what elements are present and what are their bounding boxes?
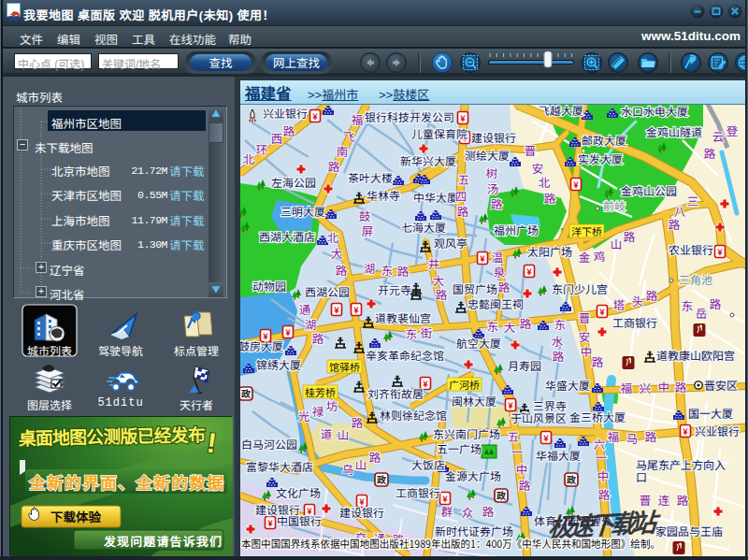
svg-text:家园品与王庙: 家园品与王庙	[655, 523, 723, 538]
svg-text:农业银行: 农业银行	[669, 241, 713, 257]
svg-text:林则徐纪念馆: 林则徐纪念馆	[380, 407, 447, 423]
svg-text:头: 头	[632, 292, 644, 309]
svg-text:建设银行: 建设银行	[471, 129, 516, 145]
svg-text:福: 福	[608, 427, 620, 445]
svg-text:文化广场: 文化广场	[276, 484, 321, 500]
svg-text:路: 路	[491, 194, 503, 212]
svg-text:本图中国国界线系依据中国地图出版社1989年出版的1：400: 本图中国国界线系依据中国地图出版社1989年出版的1：400万《中华人民共和国地…	[241, 536, 660, 551]
svg-text:山: 山	[338, 425, 350, 443]
svg-text:路: 路	[704, 144, 716, 162]
svg-text:测绘大厦: 测绘大厦	[465, 147, 510, 163]
svg-text:金鸡山公园: 金鸡山公园	[621, 182, 677, 198]
svg-text:路: 路	[592, 352, 604, 370]
svg-text:飞越大厦: 飞越大厦	[539, 105, 583, 118]
svg-text:路: 路	[519, 476, 531, 494]
svg-text:东: 东	[406, 324, 418, 342]
svg-text:路: 路	[457, 202, 469, 220]
svg-text:国贸广场: 国贸广场	[453, 280, 497, 296]
svg-text:开元寺: 开元寺	[378, 281, 411, 297]
svg-text:光: 光	[298, 407, 310, 424]
svg-text:道: 道	[321, 424, 333, 442]
svg-text:中: 中	[581, 342, 593, 360]
svg-text:中: 中	[658, 378, 670, 395]
svg-text:坊: 坊	[326, 396, 338, 414]
svg-text:街: 街	[421, 323, 433, 341]
svg-text:华盛大厦: 华盛大厦	[545, 377, 590, 393]
svg-text:塔: 塔	[613, 295, 626, 313]
svg-text:金: 金	[579, 248, 591, 266]
svg-text:广河桥: 广河桥	[449, 377, 480, 392]
svg-text:儿童保育院: 儿童保育院	[411, 125, 468, 141]
svg-text:兴业银行: 兴业银行	[695, 423, 740, 438]
svg-text:三角池: 三角池	[679, 271, 712, 287]
svg-text:登: 登	[726, 122, 739, 139]
svg-text:众: 众	[462, 503, 474, 521]
svg-text:邮政大厦: 邮政大厦	[582, 132, 626, 148]
svg-text:刘齐衔故居: 刘齐衔故居	[367, 385, 424, 401]
svg-text:银行科技开发公司: 银行科技开发公司	[365, 108, 454, 124]
svg-text:一: 一	[596, 448, 608, 466]
svg-text:发现问题请告诉我们: 发现问题请告诉我们	[103, 532, 222, 550]
svg-text:禄: 禄	[312, 402, 324, 420]
svg-text:左海公园: 左海公园	[271, 174, 316, 190]
svg-text:桌面地图公测版已经发布: 桌面地图公测版已经发布	[18, 421, 207, 450]
svg-text:路: 路	[482, 502, 495, 520]
svg-text:马: 马	[626, 429, 639, 447]
svg-text:茶叶大楼: 茶叶大楼	[348, 169, 393, 185]
svg-text:金三桥大厦: 金三桥大厦	[569, 409, 626, 424]
svg-text:东: 东	[682, 296, 694, 314]
svg-text:金鸡山隧道: 金鸡山隧道	[646, 123, 702, 139]
svg-text:口: 口	[636, 468, 647, 484]
svg-text:水口水电大厦: 水口水电大厦	[621, 105, 688, 119]
svg-text:工商银行: 工商银行	[612, 314, 657, 330]
svg-text:华林寺: 华林寺	[367, 187, 400, 203]
svg-text:晋安区: 晋安区	[704, 377, 738, 393]
svg-text:群: 群	[441, 502, 453, 520]
svg-text:兴: 兴	[640, 379, 652, 396]
svg-text:五一广场: 五一广场	[437, 440, 482, 456]
svg-text:山: 山	[355, 455, 367, 473]
svg-text:晋: 晋	[525, 141, 537, 159]
svg-text:辛亥革命纪念馆: 辛亥革命纪念馆	[366, 347, 444, 363]
svg-text:三: 三	[687, 192, 699, 209]
svg-text:工商银行: 工商银行	[396, 484, 440, 500]
svg-text:福: 福	[621, 379, 633, 396]
svg-text:路: 路	[598, 485, 611, 503]
svg-text:中: 中	[597, 467, 610, 484]
svg-text:西湖公园: 西湖公园	[305, 283, 350, 299]
svg-text:太阳广场: 太阳广场	[527, 243, 572, 259]
svg-text:动物园: 动物园	[252, 278, 286, 294]
svg-text:路: 路	[520, 314, 532, 332]
svg-text:三明大厦: 三明大厦	[280, 203, 325, 219]
svg-text:乌: 乌	[342, 460, 354, 478]
svg-text:新华兴大厦: 新华兴大厦	[400, 152, 456, 168]
svg-text:湖: 湖	[364, 259, 376, 277]
svg-text:道教裴仙宫: 道教裴仙宫	[375, 309, 431, 325]
svg-text:路: 路	[677, 491, 689, 509]
svg-text:航空大厦: 航空大厦	[456, 335, 501, 351]
svg-text:路: 路	[675, 378, 687, 395]
svg-text:路: 路	[645, 427, 657, 445]
svg-text:路: 路	[624, 227, 636, 245]
svg-text:路: 路	[312, 329, 324, 347]
svg-text:华福大厦: 华福大厦	[536, 447, 581, 463]
svg-text:金源大广场: 金源大广场	[445, 467, 501, 483]
svg-text:下载体验: 下载体验	[50, 507, 102, 525]
svg-text:连: 连	[658, 491, 670, 509]
svg-text:中国银行: 中国银行	[277, 512, 322, 528]
svg-text:井: 井	[428, 254, 440, 272]
svg-text:建设银行: 建设银行	[339, 504, 384, 520]
svg-text:忠懿闽王祠: 忠懿闽王祠	[468, 295, 524, 311]
svg-text:福: 福	[352, 110, 364, 128]
svg-text:路: 路	[544, 189, 556, 207]
svg-text:富黎华大酒店: 富黎华大酒店	[246, 458, 313, 474]
svg-text:一: 一	[511, 442, 524, 460]
svg-text:西: 西	[271, 129, 283, 147]
svg-text:路: 路	[352, 413, 364, 431]
svg-text:福州广场: 福州广场	[494, 222, 539, 237]
svg-text:路: 路	[646, 286, 658, 304]
svg-text:东: 东	[487, 317, 499, 335]
svg-text:北: 北	[243, 150, 255, 167]
svg-text:大: 大	[331, 244, 343, 262]
svg-text:路: 路	[283, 122, 295, 139]
